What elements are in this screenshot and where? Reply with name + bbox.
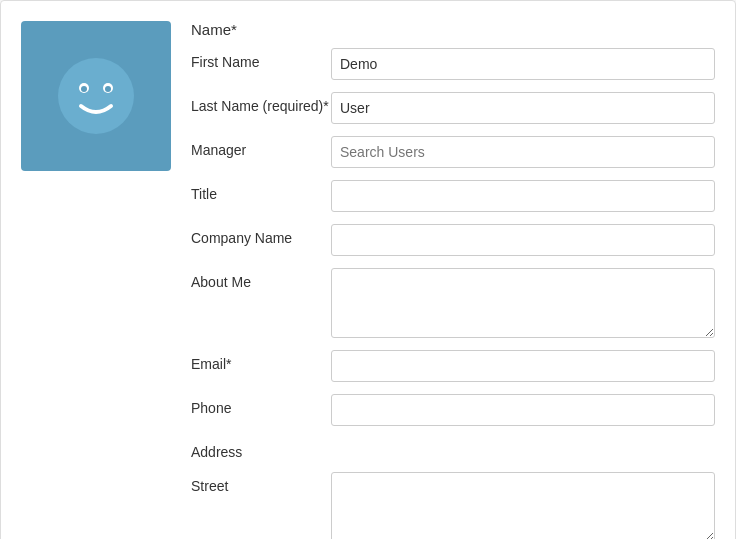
form-section: Name* First Name Last Name (required)* M… [191,21,715,539]
first-name-group: First Name [191,48,715,80]
last-name-input[interactable] [331,92,715,124]
form-layout: Name* First Name Last Name (required)* M… [21,21,715,539]
last-name-label: Last Name (required)* [191,92,331,114]
about-me-label: About Me [191,268,331,290]
phone-input[interactable] [331,394,715,426]
title-label: Title [191,180,331,202]
avatar-face-icon [56,56,136,136]
company-name-label: Company Name [191,224,331,246]
title-input[interactable] [331,180,715,212]
address-group: Address [191,438,715,460]
company-name-group: Company Name [191,224,715,256]
street-label: Street [191,472,331,494]
about-me-textarea[interactable] [331,268,715,338]
first-name-input[interactable] [331,48,715,80]
last-name-group: Last Name (required)* [191,92,715,124]
phone-label: Phone [191,394,331,416]
svg-point-3 [81,86,87,92]
name-heading: Name* [191,21,715,38]
email-group: Email* [191,350,715,382]
email-input[interactable] [331,350,715,382]
street-group: Street [191,472,715,539]
manager-group: Manager [191,136,715,168]
svg-point-4 [105,86,111,92]
phone-group: Phone [191,394,715,426]
avatar [21,21,171,171]
address-label: Address [191,438,331,460]
manager-label: Manager [191,136,331,158]
svg-point-0 [58,58,134,134]
street-textarea[interactable] [331,472,715,539]
profile-card: Name* First Name Last Name (required)* M… [0,0,736,539]
avatar-section [21,21,171,539]
first-name-label: First Name [191,48,331,70]
about-me-group: About Me [191,268,715,338]
title-group: Title [191,180,715,212]
manager-search-input[interactable] [331,136,715,168]
company-name-input[interactable] [331,224,715,256]
email-label: Email* [191,350,331,372]
